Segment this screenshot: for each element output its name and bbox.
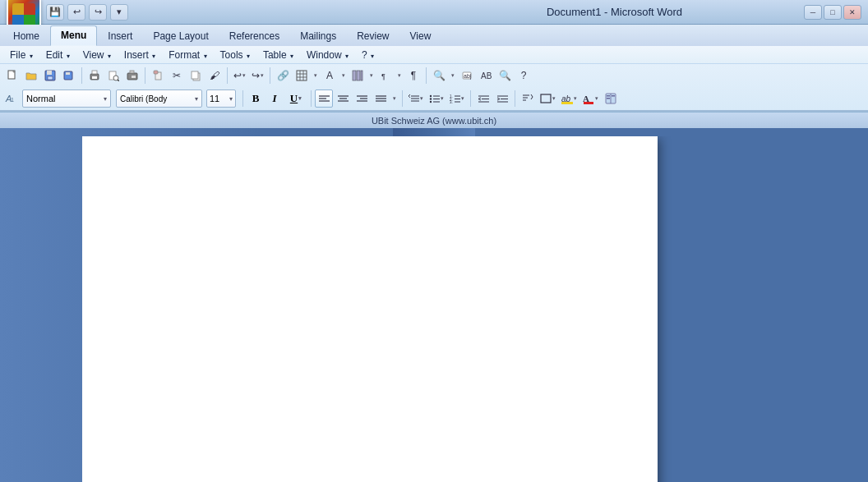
svg-rect-17 bbox=[154, 71, 158, 74]
separator-fmt-4 bbox=[470, 90, 471, 107]
increase-indent-button[interactable] bbox=[493, 90, 511, 108]
new-button[interactable] bbox=[3, 67, 21, 85]
svg-rect-73 bbox=[607, 95, 610, 97]
menu-help[interactable]: ? ▾ bbox=[355, 48, 381, 62]
menu-format[interactable]: Format ▾ bbox=[162, 48, 213, 62]
paste-button[interactable] bbox=[149, 67, 167, 85]
style-selector[interactable]: Normal ▾ bbox=[22, 90, 111, 108]
show-hide-button[interactable]: ¶ bbox=[404, 67, 422, 85]
align-center-button[interactable] bbox=[334, 90, 352, 108]
menu-file[interactable]: File ▾ bbox=[3, 48, 39, 62]
svg-text:3.: 3. bbox=[450, 100, 453, 103]
find-button[interactable]: 🔍 bbox=[430, 67, 448, 85]
menu-edit[interactable]: Edit ▾ bbox=[39, 48, 76, 62]
spelling-button[interactable]: ABC bbox=[477, 67, 495, 85]
tab-view[interactable]: View bbox=[400, 27, 441, 46]
insert-word-art[interactable]: A bbox=[321, 67, 339, 85]
border-button[interactable]: ▾ bbox=[538, 90, 558, 108]
close-button[interactable]: ✕ bbox=[843, 5, 861, 20]
menu-table[interactable]: Table ▾ bbox=[256, 48, 300, 62]
fax-button[interactable] bbox=[123, 67, 141, 85]
font-color-button[interactable]: A ▾ bbox=[580, 90, 601, 108]
redo-toolbar-button[interactable]: ↪▾ bbox=[249, 67, 266, 85]
size-dropdown-arrow: ▾ bbox=[229, 95, 233, 103]
justify-button[interactable] bbox=[372, 90, 390, 108]
toolbar-row-1: ✂ 🖌 ↩▾ ↪▾ 🔗 ▾ A ▾ ▾ ¶ ▾ bbox=[0, 64, 868, 87]
bullets-button[interactable]: ▾ bbox=[427, 90, 446, 108]
italic-button[interactable]: I bbox=[265, 90, 284, 108]
insert-dropdown[interactable]: ▾ bbox=[339, 67, 348, 85]
zoom-button[interactable]: 🔍 bbox=[496, 67, 514, 85]
redo-button[interactable]: ↪ bbox=[89, 4, 107, 21]
font-selector[interactable]: Calibri (Body ▾ bbox=[116, 90, 202, 108]
tab-mailings[interactable]: Mailings bbox=[290, 27, 346, 46]
window-controls: ─ □ ✕ bbox=[804, 5, 861, 20]
svg-rect-14 bbox=[130, 71, 134, 73]
main-area bbox=[0, 128, 868, 482]
help-button[interactable]: ? bbox=[515, 67, 533, 85]
table-insert-button[interactable] bbox=[293, 67, 311, 85]
underline-button[interactable]: U ▾ bbox=[284, 90, 307, 108]
open-button[interactable] bbox=[22, 67, 40, 85]
sort-button[interactable] bbox=[519, 90, 537, 108]
justify-dropdown[interactable]: ▾ bbox=[390, 90, 399, 108]
copy-button[interactable] bbox=[187, 67, 205, 85]
separator-4 bbox=[270, 67, 270, 84]
columns-dropdown[interactable]: ▾ bbox=[367, 67, 376, 85]
align-left-button[interactable] bbox=[315, 90, 333, 108]
minimize-button[interactable]: ─ bbox=[804, 5, 822, 20]
tab-menu[interactable]: Menu bbox=[50, 25, 97, 46]
ribbon-body: File ▾ Edit ▾ View ▾ Insert ▾ Format ▾ T… bbox=[0, 46, 868, 112]
more-btn[interactable]: ▾ bbox=[395, 67, 404, 85]
font-value: Calibri (Body bbox=[120, 94, 167, 103]
cut-button[interactable]: ✂ bbox=[168, 67, 186, 85]
find-dropdown[interactable]: ▾ bbox=[449, 67, 457, 85]
save-all-button[interactable] bbox=[60, 67, 78, 85]
numbering-button[interactable]: 1.2.3. ▾ bbox=[447, 90, 467, 108]
decrease-indent-button[interactable] bbox=[474, 90, 492, 108]
format-painter-button[interactable]: 🖌 bbox=[205, 67, 224, 85]
font-size-selector[interactable]: 11 ▾ bbox=[206, 90, 236, 108]
title-bar: 💾 ↩ ↪ ▾ Document1 - Microsoft Word ─ □ ✕ bbox=[0, 0, 868, 25]
tab-page-layout[interactable]: Page Layout bbox=[143, 27, 218, 46]
tab-references[interactable]: References bbox=[219, 27, 289, 46]
text-direction-button[interactable]: ¶ bbox=[376, 67, 395, 85]
tab-home[interactable]: Home bbox=[3, 27, 49, 46]
page-area[interactable] bbox=[82, 136, 868, 482]
menu-window[interactable]: Window ▾ bbox=[300, 48, 355, 62]
print-button[interactable] bbox=[85, 67, 104, 85]
line-spacing-button[interactable]: ▾ bbox=[406, 90, 426, 108]
field-button[interactable]: ab| bbox=[458, 67, 476, 85]
style-book-button[interactable] bbox=[602, 90, 620, 108]
insert-table-dropdown[interactable]: ▾ bbox=[312, 67, 320, 85]
highlight-button[interactable]: ab ▾ bbox=[559, 90, 579, 108]
ribbon-tabs: Home Menu Insert Page Layout References … bbox=[0, 25, 868, 46]
columns-button[interactable] bbox=[349, 67, 367, 85]
customize-button[interactable]: ▾ bbox=[110, 4, 128, 21]
hyperlink-button[interactable]: 🔗 bbox=[274, 67, 292, 85]
undo-toolbar-button[interactable]: ↩▾ bbox=[231, 67, 248, 85]
menu-tools[interactable]: Tools ▾ bbox=[214, 48, 256, 62]
svg-rect-27 bbox=[361, 71, 362, 80]
tab-insert[interactable]: Insert bbox=[98, 27, 142, 46]
svg-rect-15 bbox=[132, 76, 136, 78]
separator-fmt-2 bbox=[311, 90, 312, 107]
tab-review[interactable]: Review bbox=[347, 27, 399, 46]
quick-access-toolbar: 💾 ↩ ↪ ▾ bbox=[46, 4, 425, 21]
save-button[interactable]: 💾 bbox=[46, 4, 64, 21]
menu-view[interactable]: View ▾ bbox=[76, 48, 118, 62]
document-page[interactable] bbox=[82, 136, 658, 482]
print-preview-button[interactable] bbox=[104, 67, 122, 85]
status-text: UBit Schweiz AG (www.ubit.ch) bbox=[372, 116, 496, 126]
undo-button[interactable]: ↩ bbox=[67, 4, 85, 21]
style-icon: A1 bbox=[3, 90, 20, 108]
svg-text:1: 1 bbox=[11, 97, 14, 103]
align-right-button[interactable] bbox=[353, 90, 371, 108]
save-toolbar-button[interactable] bbox=[41, 67, 59, 85]
svg-rect-25 bbox=[353, 71, 356, 80]
underline-label: U bbox=[290, 92, 298, 104]
maximize-button[interactable]: □ bbox=[824, 5, 842, 20]
bold-button[interactable]: B bbox=[247, 90, 265, 108]
svg-rect-26 bbox=[357, 71, 360, 80]
menu-insert[interactable]: Insert ▾ bbox=[118, 48, 162, 62]
